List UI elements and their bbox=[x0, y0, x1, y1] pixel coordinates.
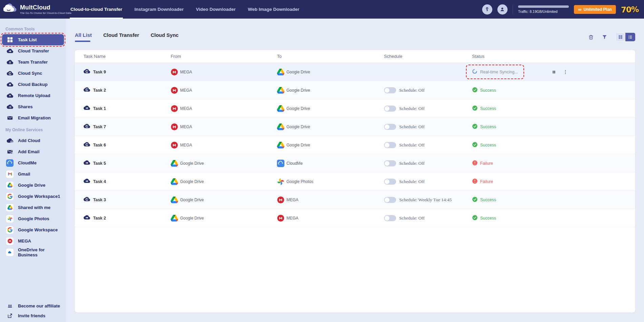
schedule-toggle[interactable] bbox=[384, 179, 396, 185]
sidebar-item-task-list[interactable]: Task List bbox=[2, 34, 64, 45]
cloudme-icon bbox=[277, 160, 284, 167]
task-name-cell: Task 4 bbox=[84, 178, 171, 185]
table-row[interactable]: Task 3 Google Drive MEGA Schedule: Weekl… bbox=[75, 191, 635, 209]
schedule-toggle[interactable] bbox=[384, 197, 396, 203]
schedule-toggle[interactable] bbox=[384, 215, 396, 221]
sidebar-item-label: Become our affiliate bbox=[18, 303, 60, 308]
traffic-progressbar bbox=[518, 5, 569, 8]
table-row[interactable]: Task 2 MEGA Google Drive Schedule: OffSu… bbox=[75, 81, 635, 99]
nav-item-2[interactable]: Video Downloader bbox=[196, 0, 236, 19]
from-service-name: Google Drive bbox=[180, 161, 204, 166]
column-header-status[interactable]: Status bbox=[472, 54, 551, 59]
nav-item-0[interactable]: Cloud-to-cloud Transfer bbox=[70, 0, 122, 19]
to-service-name: Google Drive bbox=[286, 70, 310, 74]
status-label: Success bbox=[480, 106, 496, 111]
task-name: Task 5 bbox=[93, 161, 106, 166]
list-view-button[interactable] bbox=[625, 33, 635, 41]
delete-button[interactable] bbox=[587, 33, 595, 41]
gdrive-icon bbox=[277, 141, 284, 149]
cloud-transfer-icon bbox=[84, 159, 90, 167]
sidebar-item-shared-with-me[interactable]: Shared with me bbox=[2, 202, 64, 213]
sidebar-item-email-migration[interactable]: Email Migration bbox=[2, 112, 64, 123]
schedule-toggle[interactable] bbox=[384, 160, 396, 166]
to-cell: Google Drive bbox=[277, 87, 384, 94]
sidebar-item-label: CloudMe bbox=[18, 160, 37, 165]
status-label: Success bbox=[480, 143, 496, 147]
schedule-toggle[interactable] bbox=[384, 106, 396, 112]
to-service-name: Google Drive bbox=[286, 106, 310, 111]
sidebar-item-label: Shared with me bbox=[18, 205, 50, 210]
table-row[interactable]: Task 6 MEGA Google Drive Schedule: OffSu… bbox=[75, 136, 635, 154]
nav-item-3[interactable]: Web Image Downloader bbox=[248, 0, 299, 19]
to-cell: Google Drive bbox=[277, 123, 384, 131]
password-key-button[interactable] bbox=[482, 4, 492, 15]
table-row[interactable]: Task 4 Google Drive Google Photos Schedu… bbox=[75, 172, 635, 191]
cloud-upload-icon bbox=[6, 92, 14, 99]
sidebar-item-invite-friends[interactable]: Invite friends bbox=[2, 311, 64, 321]
task-name-cell: Task 1 bbox=[84, 105, 171, 112]
schedule-toggle[interactable] bbox=[384, 87, 396, 93]
gdrive-icon bbox=[6, 182, 14, 189]
pause-button[interactable] bbox=[551, 69, 557, 75]
tab-cloud-transfer[interactable]: Cloud Transfer bbox=[103, 32, 139, 42]
sidebar-item-label: Gmail bbox=[18, 171, 30, 177]
sidebar-item-cloud-transfer[interactable]: Cloud Transfer bbox=[2, 45, 64, 56]
task-name: Task 7 bbox=[93, 124, 106, 129]
main-content: All ListCloud TransferCloud Sync Task Na… bbox=[66, 19, 644, 322]
table-row[interactable]: Task 2 Google Drive MEGA Schedule: OffSu… bbox=[75, 209, 635, 227]
sidebar-item-remote-upload[interactable]: Remote Upload bbox=[2, 90, 64, 101]
column-header-from[interactable]: From bbox=[171, 54, 277, 59]
schedule-cell: Schedule: Off bbox=[384, 142, 472, 148]
gdrive-icon bbox=[277, 123, 284, 131]
sidebar-item-google-workspace1[interactable]: Google Workspace1 bbox=[2, 191, 64, 202]
column-header-schedule[interactable]: Schedule bbox=[384, 54, 472, 59]
more-button[interactable] bbox=[562, 69, 569, 75]
from-cell: Google Drive bbox=[171, 214, 277, 222]
table-row[interactable]: Task 1 MEGA Google Drive Schedule: OffSu… bbox=[75, 99, 635, 118]
success-check-icon bbox=[472, 123, 478, 130]
grid-view-button[interactable] bbox=[616, 33, 625, 41]
mega-icon bbox=[277, 214, 284, 222]
app-logo[interactable]: MultCloud The Go-To Choice for Cloud-to-… bbox=[0, 3, 68, 16]
column-header-to[interactable]: To bbox=[277, 54, 384, 59]
success-check-icon bbox=[472, 87, 478, 94]
status-label: Real-time Syncing... bbox=[480, 70, 518, 74]
tab-all-list[interactable]: All List bbox=[75, 32, 92, 42]
sidebar-item-google-workspace[interactable]: Google Workspace bbox=[2, 224, 64, 235]
gphotos-icon bbox=[6, 215, 14, 223]
sidebar-item-cloud-sync[interactable]: Cloud Sync bbox=[2, 68, 64, 79]
sidebar-item-cloud-backup[interactable]: Cloud Backup bbox=[2, 79, 64, 90]
table-row[interactable]: Task 7 MEGA Google Drive Schedule: OffSu… bbox=[75, 118, 635, 136]
gmail-icon bbox=[6, 170, 14, 178]
sidebar-item-gmail[interactable]: Gmail bbox=[2, 168, 64, 180]
gdrive-icon bbox=[277, 105, 284, 112]
to-cell: Google Drive bbox=[277, 68, 384, 76]
tab-cloud-sync[interactable]: Cloud Sync bbox=[151, 32, 179, 42]
filter-button[interactable] bbox=[601, 33, 608, 41]
schedule-toggle[interactable] bbox=[384, 124, 396, 130]
mega-icon bbox=[171, 87, 178, 94]
sidebar-item-onedrive-for-business[interactable]: OneDrive for Business bbox=[2, 247, 64, 258]
sidebar-item-team-transfer[interactable]: Team Transfer bbox=[2, 56, 64, 68]
nav-item-1[interactable]: Instagram Downloader bbox=[134, 0, 184, 19]
table-row[interactable]: Task 9 MEGA Google Drive Real-time Synci… bbox=[75, 63, 635, 81]
sidebar-item-cloudme[interactable]: CloudMe bbox=[2, 157, 64, 168]
schedule-toggle[interactable] bbox=[384, 142, 396, 148]
tabs-bar: All ListCloud TransferCloud Sync bbox=[75, 31, 635, 43]
sidebar-item-mega[interactable]: MEGA bbox=[2, 235, 64, 247]
discount-badge[interactable]: 70% bbox=[621, 5, 640, 14]
schedule-label: Schedule: Weekly Tue 14:45 bbox=[399, 197, 452, 203]
status-cell: Success bbox=[472, 87, 551, 94]
sidebar-item-google-photos[interactable]: Google Photos bbox=[2, 213, 64, 224]
table-row[interactable]: Task 5 Google Drive CloudMe Schedule: Of… bbox=[75, 154, 635, 172]
sidebar-item-shares[interactable]: Shares bbox=[2, 101, 64, 112]
divider bbox=[513, 5, 513, 14]
sidebar-item-add-cloud[interactable]: Add Cloud bbox=[2, 135, 64, 146]
schedule-cell: Schedule: Off bbox=[384, 124, 472, 130]
sidebar-item-add-email[interactable]: Add Email bbox=[2, 146, 64, 157]
sidebar-item-become-our-affiliate[interactable]: Become our affiliate bbox=[2, 301, 64, 311]
unlimited-plan-button[interactable]: ∞ Unlimited Plan bbox=[574, 5, 616, 14]
column-header-task-name[interactable]: Task Name bbox=[84, 54, 171, 59]
account-button[interactable] bbox=[497, 4, 508, 15]
sidebar-item-google-drive[interactable]: Google Drive bbox=[2, 180, 64, 191]
